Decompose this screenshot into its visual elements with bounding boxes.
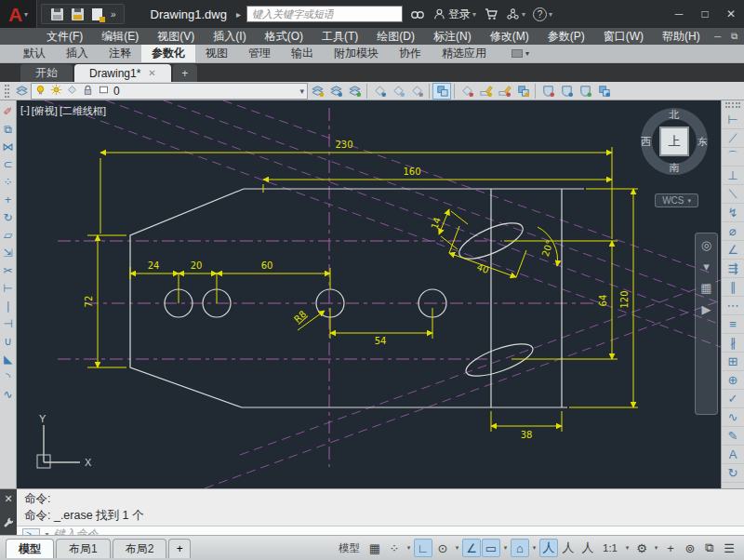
fillet-tool-icon[interactable]: ◝ xyxy=(0,367,16,385)
app-store-button[interactable] xyxy=(484,7,498,21)
viewcube-south[interactable]: 南 xyxy=(670,161,680,175)
array-tool-icon[interactable]: ⁘ xyxy=(0,173,16,191)
snap-dropdown[interactable]: ▾ xyxy=(405,539,413,557)
dim-text-edit-tool-icon[interactable]: A xyxy=(723,446,744,464)
layer-states-button[interactable] xyxy=(432,83,451,100)
layer-lock-fade-button[interactable] xyxy=(407,83,426,100)
dim-ordinate-tool-icon[interactable]: ⊥ xyxy=(723,167,744,185)
trim-tool-icon[interactable]: ✂ xyxy=(0,261,16,279)
doc-restore-button[interactable]: ⧉ xyxy=(726,29,743,44)
ribbon-tab-注释[interactable]: 注释 xyxy=(99,45,141,62)
dim-inspect-tool-icon[interactable]: ✓ xyxy=(723,390,744,408)
menu-item-1[interactable]: 编辑(E) xyxy=(92,28,148,45)
command-tools-icon[interactable] xyxy=(2,516,15,529)
quick-dim-tool-icon[interactable]: ⇶ xyxy=(723,260,744,278)
model-paper-toggle[interactable]: 模型 xyxy=(334,539,365,557)
menu-item-7[interactable]: 标注(N) xyxy=(424,28,481,45)
break-tool-icon[interactable]: ⊣ xyxy=(0,314,16,332)
dim-jog-line-tool-icon[interactable]: ∿ xyxy=(723,408,744,427)
break-at-point-tool-icon[interactable]: ∣ xyxy=(0,297,16,314)
file-tab-close-icon[interactable]: ✕ xyxy=(148,68,155,78)
minimize-button[interactable]: ─ xyxy=(666,0,692,28)
viewcube-east[interactable]: 东 xyxy=(698,135,708,149)
ortho-mode-toggle[interactable]: ∟ xyxy=(414,539,432,557)
menu-item-0[interactable]: 文件(F) xyxy=(37,28,92,45)
open-icon[interactable] xyxy=(92,8,102,20)
dim-linear-tool-icon[interactable]: ⊢ xyxy=(723,111,744,129)
ucs-icon[interactable]: XY xyxy=(37,413,92,468)
menu-item-11[interactable]: 帮助(H) xyxy=(653,28,710,45)
dim-arc-length-tool-icon[interactable]: ⌒ xyxy=(723,148,744,167)
viewport-control-2[interactable]: [二维线框] xyxy=(60,104,106,118)
stretch-tool-icon[interactable]: ⇲ xyxy=(0,244,16,261)
tolerance-tool-icon[interactable]: ⊞ xyxy=(723,353,744,371)
osnap-tracking-toggle[interactable]: ∠ xyxy=(462,539,481,557)
layer-merge-button[interactable] xyxy=(513,83,532,100)
search-button[interactable] xyxy=(410,7,425,21)
layer-on-off-icon[interactable] xyxy=(34,84,46,99)
viewport-control-0[interactable]: [-] xyxy=(20,104,30,118)
layer-freeze-icon[interactable] xyxy=(50,84,62,99)
join-tool-icon[interactable]: ∪ xyxy=(0,332,16,350)
rotate-tool-icon[interactable]: ↻ xyxy=(0,208,16,226)
autodesk-apps-button[interactable]: ▾ xyxy=(506,7,525,21)
layer-isolate-button[interactable] xyxy=(370,83,389,100)
viewcube[interactable]: 北 南 西 东 上 xyxy=(641,108,708,175)
file-tab-0[interactable]: 开始 xyxy=(20,64,73,82)
move-tool-icon[interactable]: + xyxy=(0,191,16,208)
layout-tab-布局1[interactable]: 布局1 xyxy=(56,539,111,558)
customize-menu[interactable]: ☰ xyxy=(720,539,738,557)
viewport-control-1[interactable]: [俯视] xyxy=(32,104,58,118)
layer-properties-button[interactable] xyxy=(12,83,31,100)
maximize-button[interactable]: □ xyxy=(692,0,718,28)
polar-tracking-toggle[interactable]: ⊙ xyxy=(433,539,452,557)
dim-baseline-tool-icon[interactable]: ∥ xyxy=(723,278,744,297)
help-button[interactable]: ?▾ xyxy=(533,7,552,21)
dim-update-tool-icon[interactable]: ↻ xyxy=(723,464,744,483)
dim-spacing-tool-icon[interactable]: ≡ xyxy=(723,315,744,334)
isolate-objects-toggle[interactable]: ⊚ xyxy=(681,539,699,557)
viewcube-west[interactable]: 西 xyxy=(641,135,651,149)
layer-match-shield-button[interactable] xyxy=(538,83,557,100)
ribbon-tab-默认[interactable]: 默认 xyxy=(13,45,56,62)
annotation-scale-value[interactable]: 1:1 xyxy=(598,539,622,557)
snap-mode-toggle[interactable]: ⁘ xyxy=(385,539,404,557)
menu-item-8[interactable]: 修改(M) xyxy=(481,28,538,45)
ribbon-tab-附加模块[interactable]: 附加模块 xyxy=(324,45,389,62)
navbar-dropdown[interactable]: ▾ xyxy=(703,260,710,273)
layer-check-button[interactable] xyxy=(576,83,594,100)
menu-item-5[interactable]: 工具(T) xyxy=(312,28,367,45)
dimension-labels[interactable]: 2301607224206054R8144020°6412038 xyxy=(84,140,630,440)
menu-item-2[interactable]: 视图(V) xyxy=(148,28,204,45)
ribbon-tab-管理[interactable]: 管理 xyxy=(238,45,281,62)
layout-tab-布局2[interactable]: 布局2 xyxy=(113,539,167,558)
save-icon[interactable] xyxy=(51,8,63,20)
application-menu-button[interactable]: A ▾ xyxy=(0,0,37,28)
dim-jogged-tool-icon[interactable]: ↯ xyxy=(723,204,744,222)
clean-screen-toggle[interactable]: ⧉ xyxy=(700,539,719,557)
showmotion-icon[interactable]: ▦ xyxy=(700,282,711,294)
dyninput-dropdown[interactable]: ▾ xyxy=(501,539,510,557)
save-as-icon[interactable] xyxy=(72,8,84,20)
chamfer-tool-icon[interactable]: ◣ xyxy=(0,350,16,367)
polar-dropdown[interactable]: ▾ xyxy=(453,539,461,557)
offset-tool-icon[interactable]: ⊂ xyxy=(0,155,16,173)
menu-item-3[interactable]: 插入(I) xyxy=(204,28,255,45)
new-layout-button[interactable]: + xyxy=(168,539,191,558)
erase-tool-icon[interactable]: ✐ xyxy=(0,102,16,120)
annotation-visibility-toggle[interactable]: 人 xyxy=(539,539,558,557)
isodraft-toggle[interactable]: ⌂ xyxy=(511,539,529,557)
scale-dropdown[interactable]: ▾ xyxy=(623,539,631,557)
layer-import-button[interactable] xyxy=(594,83,613,100)
freeze-in-viewport-button[interactable] xyxy=(476,83,495,100)
dim-break-tool-icon[interactable]: ∦ xyxy=(723,334,744,353)
menu-item-10[interactable]: 窗口(W) xyxy=(594,28,653,45)
menu-item-4[interactable]: 格式(O) xyxy=(256,28,312,45)
workspace-dropdown[interactable]: ▾ xyxy=(652,539,660,557)
wcs-button[interactable]: WCS ▾ xyxy=(655,193,698,207)
ribbon-tab-精选应用[interactable]: 精选应用 xyxy=(432,45,497,62)
mirror-tool-icon[interactable]: ⋈ xyxy=(0,138,16,155)
menu-item-6[interactable]: 绘图(D) xyxy=(367,28,424,45)
play-icon[interactable]: ▶ xyxy=(702,303,711,315)
dim-angular-tool-icon[interactable]: ∠ xyxy=(723,241,744,260)
